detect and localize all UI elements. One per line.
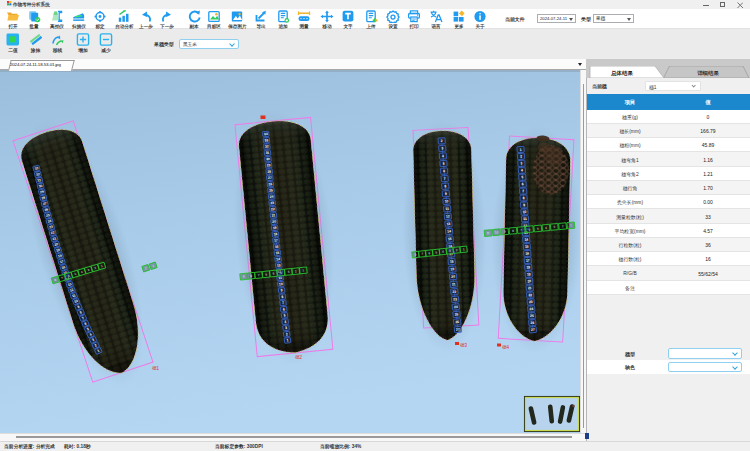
svg-text:10: 10 bbox=[522, 210, 526, 214]
svg-text:21: 21 bbox=[528, 286, 532, 290]
svg-text:6: 6 bbox=[522, 182, 524, 186]
svg-text:20: 20 bbox=[272, 220, 276, 224]
svg-text:14: 14 bbox=[276, 257, 280, 261]
svg-text:26: 26 bbox=[455, 320, 459, 324]
svg-text:26: 26 bbox=[268, 182, 272, 186]
svg-text:14: 14 bbox=[447, 229, 451, 233]
svg-text:穗3: 穗3 bbox=[460, 343, 468, 348]
svg-text:25: 25 bbox=[454, 312, 458, 316]
svg-text:5: 5 bbox=[521, 175, 523, 179]
svg-text:穗4: 穗4 bbox=[502, 345, 510, 350]
svg-text:20: 20 bbox=[527, 279, 531, 283]
svg-text:19: 19 bbox=[450, 267, 454, 271]
svg-text:25: 25 bbox=[530, 314, 534, 318]
svg-text:26: 26 bbox=[530, 321, 534, 325]
svg-text:10: 10 bbox=[279, 282, 283, 286]
svg-text:22: 22 bbox=[452, 290, 456, 294]
svg-text:15: 15 bbox=[275, 251, 279, 255]
svg-text:31: 31 bbox=[265, 151, 269, 155]
svg-text:穗2: 穗2 bbox=[295, 355, 303, 360]
svg-text:24: 24 bbox=[529, 307, 533, 311]
svg-text:3: 3 bbox=[520, 161, 522, 165]
svg-text:详细结果: 详细结果 bbox=[697, 70, 719, 77]
svg-text:23: 23 bbox=[270, 201, 274, 205]
svg-text:20: 20 bbox=[451, 275, 455, 279]
svg-text:9: 9 bbox=[523, 203, 525, 207]
svg-text:27: 27 bbox=[456, 327, 460, 331]
svg-text:21: 21 bbox=[452, 282, 456, 286]
svg-text:11: 11 bbox=[523, 217, 527, 221]
svg-text:33: 33 bbox=[264, 138, 268, 142]
svg-text:22: 22 bbox=[528, 293, 532, 297]
svg-text:13: 13 bbox=[277, 263, 281, 267]
svg-text:22: 22 bbox=[271, 207, 275, 211]
svg-text:11: 11 bbox=[445, 207, 449, 211]
svg-text:24: 24 bbox=[270, 195, 274, 199]
svg-text:15: 15 bbox=[525, 245, 529, 249]
svg-text:27: 27 bbox=[531, 328, 535, 332]
svg-text:27: 27 bbox=[268, 176, 272, 180]
svg-text:12: 12 bbox=[446, 214, 450, 218]
svg-text:28: 28 bbox=[267, 170, 271, 174]
svg-text:18: 18 bbox=[273, 232, 277, 236]
svg-text:34: 34 bbox=[264, 132, 268, 136]
svg-text:15: 15 bbox=[448, 237, 452, 241]
svg-text:24: 24 bbox=[454, 305, 458, 309]
svg-text:19: 19 bbox=[527, 272, 531, 276]
svg-text:7: 7 bbox=[522, 189, 524, 193]
svg-text:穗1: 穗1 bbox=[152, 366, 160, 371]
svg-text:17: 17 bbox=[274, 238, 278, 242]
svg-text:18: 18 bbox=[526, 265, 530, 269]
svg-text:13: 13 bbox=[446, 222, 450, 226]
svg-text:10: 10 bbox=[444, 199, 448, 203]
svg-text:23: 23 bbox=[453, 297, 457, 301]
svg-text:18: 18 bbox=[450, 260, 454, 264]
svg-text:29: 29 bbox=[267, 163, 271, 167]
svg-text:总体结果: 总体结果 bbox=[610, 70, 633, 77]
svg-text:1: 1 bbox=[520, 148, 522, 152]
svg-text:14: 14 bbox=[524, 238, 528, 242]
svg-text:8: 8 bbox=[523, 196, 525, 200]
svg-text:17: 17 bbox=[526, 258, 530, 262]
svg-text:16: 16 bbox=[275, 245, 279, 249]
svg-text:2: 2 bbox=[520, 154, 522, 158]
svg-text:16: 16 bbox=[525, 251, 529, 255]
svg-text:30: 30 bbox=[266, 157, 270, 161]
svg-text:19: 19 bbox=[273, 226, 277, 230]
svg-text:4: 4 bbox=[521, 168, 523, 172]
svg-text:25: 25 bbox=[269, 188, 273, 192]
svg-text:32: 32 bbox=[265, 144, 269, 148]
svg-text:21: 21 bbox=[271, 213, 275, 217]
svg-text:23: 23 bbox=[529, 300, 533, 304]
